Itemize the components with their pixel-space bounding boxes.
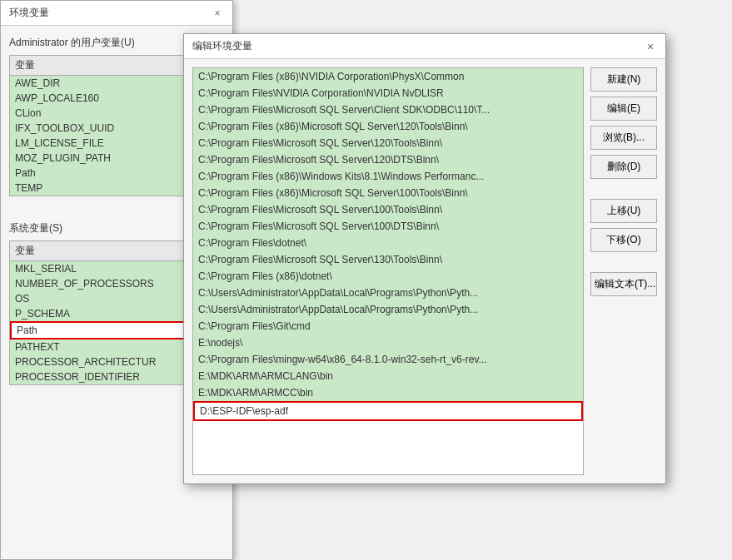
path-entry-5[interactable]: C:\Program Files\Microsoft SQL Server\12…	[193, 151, 583, 168]
outer-window-title: 环境变量	[9, 6, 49, 20]
edit-button[interactable]: 编辑(E)	[590, 97, 657, 121]
path-entry-last[interactable]: D:\ESP-IDF\esp-adf	[193, 401, 583, 421]
path-entry-9[interactable]: C:\Program Files\Microsoft SQL Server\10…	[193, 218, 583, 235]
button-group: 新建(N) 编辑(E) 浏览(B)... 删除(D) 上移(U) 下移(O) 编…	[590, 67, 657, 475]
path-entry-13[interactable]: C:\Users\Administrator\AppData\Local\Pro…	[193, 285, 583, 301]
path-entry-15[interactable]: C:\Program Files\Git\cmd	[193, 318, 583, 335]
path-entry-12[interactable]: C:\Program Files (x86)\dotnet\	[193, 268, 583, 285]
path-entry-18[interactable]: E:\MDK\ARM\ARMCLANG\bin	[193, 368, 583, 384]
inner-titlebar: 编辑环境变量 ×	[184, 34, 665, 59]
move-down-button[interactable]: 下移(O)	[590, 228, 657, 252]
path-entry-6[interactable]: C:\Program Files (x86)\Windows Kits\8.1\…	[193, 168, 583, 185]
path-entry-16[interactable]: E:\nodejs\	[193, 335, 583, 351]
outer-close-button[interactable]: ×	[211, 7, 224, 20]
path-entry-1[interactable]: C:\Program Files\NVIDIA Corporation\NVID…	[193, 85, 583, 102]
spacer1	[590, 184, 657, 194]
move-up-button[interactable]: 上移(U)	[590, 199, 657, 223]
edit-text-button[interactable]: 编辑文本(T)...	[590, 272, 657, 296]
inner-close-button[interactable]: ×	[644, 40, 657, 53]
inner-window: 编辑环境变量 × C:\Program Files (x86)\NVIDIA C…	[183, 33, 666, 484]
path-entry-4[interactable]: C:\Program Files\Microsoft SQL Server\12…	[193, 135, 583, 151]
delete-button[interactable]: 删除(D)	[590, 155, 657, 179]
path-entry-8[interactable]: C:\Program Files\Microsoft SQL Server\10…	[193, 201, 583, 218]
path-entry-3[interactable]: C:\Program Files (x86)\Microsoft SQL Ser…	[193, 118, 583, 135]
path-entry-19[interactable]: E:\MDK\ARM\ARMCC\bin	[193, 384, 583, 401]
inner-body: C:\Program Files (x86)\NVIDIA Corporatio…	[184, 59, 665, 483]
path-entry-11[interactable]: C:\Program Files\Microsoft SQL Server\13…	[193, 251, 583, 268]
path-list: C:\Program Files (x86)\NVIDIA Corporatio…	[193, 68, 583, 421]
path-entry-14[interactable]: C:\Users\Administrator\AppData\Local\Pro…	[193, 301, 583, 318]
inner-window-title: 编辑环境变量	[192, 39, 252, 53]
path-entry-17[interactable]: C:\Program Files\mingw-w64\x86_64-8.1.0-…	[193, 351, 583, 368]
spacer2	[590, 257, 657, 267]
path-entry-10[interactable]: C:\Program Files\dotnet\	[193, 235, 583, 251]
path-list-container[interactable]: C:\Program Files (x86)\NVIDIA Corporatio…	[192, 67, 584, 475]
path-entry-7[interactable]: C:\Program Files (x86)\Microsoft SQL Ser…	[193, 185, 583, 201]
outer-titlebar: 环境变量 ×	[1, 1, 232, 26]
path-entry-2[interactable]: C:\Program Files\Microsoft SQL Server\Cl…	[193, 102, 583, 118]
path-entry-0[interactable]: C:\Program Files (x86)\NVIDIA Corporatio…	[193, 68, 583, 85]
browse-button[interactable]: 浏览(B)...	[590, 126, 657, 150]
new-button[interactable]: 新建(N)	[590, 67, 657, 92]
